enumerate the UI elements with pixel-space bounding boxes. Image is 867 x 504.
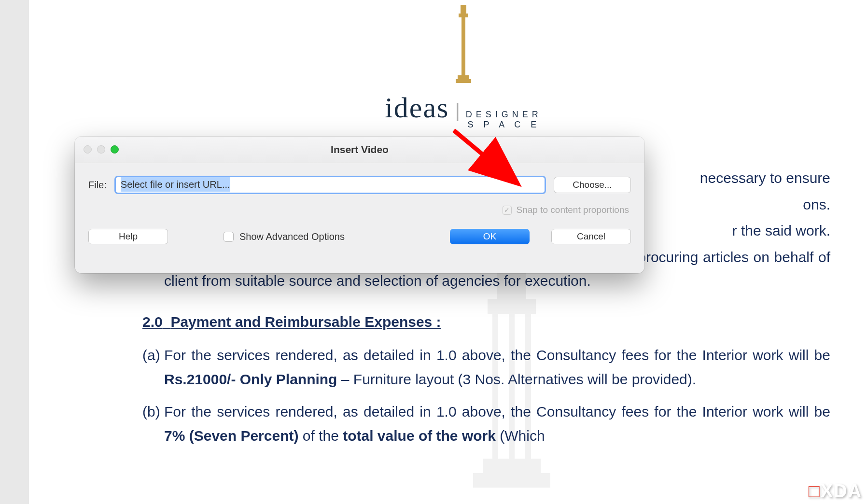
snap-label: Snap to content proportions: [517, 205, 629, 215]
snap-checkbox: ✓ Snap to content proportions: [503, 205, 629, 215]
dialog-title: Insert Video: [75, 144, 644, 155]
button-row: Help Show Advanced Options OK Cancel: [88, 229, 631, 244]
window-controls: [84, 145, 119, 154]
checkbox-icon: ✓: [503, 206, 512, 215]
checkbox-icon: [224, 232, 234, 242]
section-heading: 2.0 Payment and Reimbursable Expenses :: [82, 310, 845, 334]
cancel-button[interactable]: Cancel: [551, 229, 631, 244]
file-input[interactable]: Select file or insert URL...: [115, 177, 545, 193]
column-icon: [454, 5, 473, 86]
svg-rect-10: [483, 459, 541, 473]
dialog-titlebar: Insert Video: [75, 137, 644, 163]
window-maximize-button[interactable]: [111, 145, 119, 154]
help-button[interactable]: Help: [88, 229, 168, 244]
advanced-label: Show Advanced Options: [239, 231, 345, 242]
window-minimize-button[interactable]: [97, 145, 105, 154]
svg-rect-4: [456, 79, 471, 83]
logo-main: ideas: [385, 91, 449, 125]
file-label: File:: [88, 180, 107, 191]
item-b: (b) For the services rendered, as detail…: [82, 400, 845, 448]
svg-rect-3: [458, 75, 469, 79]
item-a: (a) For the services rendered, as detail…: [82, 343, 845, 391]
logo-divider: |: [455, 100, 460, 122]
svg-rect-0: [461, 5, 466, 14]
file-row: File: Select file or insert URL... Choos…: [88, 177, 631, 193]
window-close-button[interactable]: [84, 145, 92, 154]
snap-row: ✓ Snap to content proportions: [88, 205, 631, 215]
logo-text: ideas | DESIGNER S P A C E: [82, 91, 845, 130]
logo-subtitle: DESIGNER S P A C E: [466, 110, 542, 130]
svg-rect-1: [459, 14, 468, 17]
choose-button[interactable]: Choose...: [554, 177, 631, 193]
insert-video-dialog: Insert Video File: Select file or insert…: [75, 137, 644, 273]
ok-button[interactable]: OK: [450, 229, 530, 244]
xda-watermark: □XDA: [809, 481, 862, 502]
svg-rect-2: [461, 17, 465, 75]
svg-rect-11: [473, 473, 550, 488]
logo-header: ideas | DESIGNER S P A C E: [82, 0, 845, 130]
dialog-body: File: Select file or insert URL... Choos…: [75, 163, 644, 244]
advanced-options-checkbox[interactable]: Show Advanced Options: [224, 231, 345, 242]
